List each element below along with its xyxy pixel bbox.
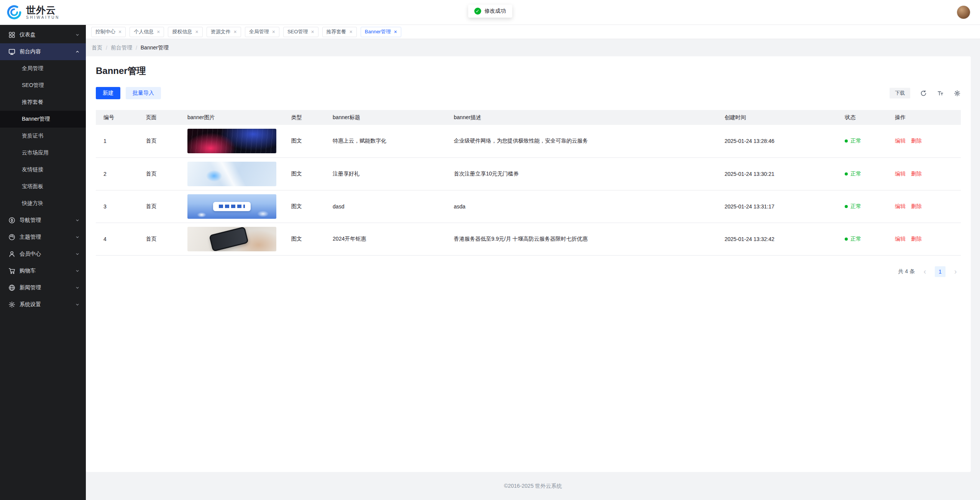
edit-link[interactable]: 编辑: [895, 138, 906, 144]
col-page: 页面: [138, 110, 180, 125]
cell-type: 图文: [291, 170, 302, 177]
edit-link[interactable]: 编辑: [895, 236, 906, 243]
edit-link[interactable]: 编辑: [895, 203, 906, 210]
breadcrumb-home[interactable]: 首页: [92, 44, 102, 51]
banner-image[interactable]: [187, 194, 276, 219]
sidebar-item-recommend-package[interactable]: 推荐套餐: [0, 94, 86, 111]
sidebar: 仪表盘 前台内容 全局管理 SEO管理 推荐套餐 Banner管理 资质证书 云…: [0, 25, 86, 500]
cell-description: asda: [454, 203, 465, 210]
banner-image[interactable]: [187, 227, 276, 251]
sidebar-item-cart[interactable]: 购物车: [0, 262, 86, 279]
banner-image[interactable]: [187, 129, 276, 153]
settings-icon[interactable]: [953, 89, 961, 97]
close-icon[interactable]: ×: [234, 29, 237, 34]
pagination-total: 共 4 条: [898, 268, 915, 275]
sidebar-item-news-manage[interactable]: 新闻管理: [0, 279, 86, 296]
next-page-button[interactable]: ›: [950, 266, 961, 277]
chevron-down-icon: [75, 235, 80, 239]
sidebar-item-banner-manage[interactable]: Banner管理: [0, 111, 86, 128]
compass-icon: [8, 217, 15, 224]
font-size-icon[interactable]: [936, 89, 944, 97]
close-icon[interactable]: ×: [311, 29, 314, 34]
delete-link[interactable]: 删除: [911, 138, 922, 144]
download-button[interactable]: 下载: [890, 88, 910, 98]
logo[interactable]: 世外云 SHIWAIYUN: [0, 4, 86, 20]
sidebar-child-label: 快捷方块: [22, 200, 43, 207]
sidebar-item-nav-manage[interactable]: 导航管理: [0, 212, 86, 229]
close-icon[interactable]: ×: [157, 29, 160, 34]
breadcrumb-separator: /: [136, 45, 137, 51]
col-title: banner标题: [325, 110, 446, 125]
chevron-down-icon: [75, 252, 80, 256]
cell-created-at: 2025-01-24 13:31:17: [724, 203, 774, 210]
prev-page-button[interactable]: ‹: [919, 266, 930, 277]
banner-image[interactable]: [187, 162, 276, 186]
cell-id: 3: [103, 203, 107, 210]
page-1-button[interactable]: 1: [935, 266, 946, 277]
logo-title: 世外云: [26, 5, 60, 15]
cell-type: 图文: [291, 236, 302, 242]
sidebar-item-label: 前台内容: [20, 48, 71, 55]
close-icon[interactable]: ×: [195, 29, 198, 34]
tab-resource-files[interactable]: 资源文件×: [207, 27, 241, 37]
toolbar: 新建 批量导入 下载: [96, 87, 961, 99]
avatar[interactable]: [957, 6, 970, 19]
sidebar-item-system-settings[interactable]: 系统设置: [0, 296, 86, 313]
sidebar-item-label: 系统设置: [20, 301, 71, 308]
status-badge: 正常: [845, 170, 861, 177]
tab-recommend-package[interactable]: 推荐套餐×: [322, 27, 357, 37]
delete-link[interactable]: 删除: [911, 170, 922, 177]
status-badge: 正常: [845, 203, 861, 210]
tab-seo-manage[interactable]: SEO管理×: [283, 27, 318, 37]
chevron-down-icon: [75, 218, 80, 223]
sidebar-item-label: 导航管理: [20, 217, 71, 224]
sidebar-item-global-manage[interactable]: 全局管理: [0, 60, 86, 77]
edit-link[interactable]: 编辑: [895, 170, 906, 177]
cart-icon: [8, 267, 15, 274]
delete-link[interactable]: 删除: [911, 203, 922, 210]
table-header-row: 编号 页面 banner图片 类型 banner标题 banner描述 创建时间…: [96, 110, 961, 125]
sidebar-item-member-center[interactable]: 会员中心: [0, 246, 86, 262]
close-icon[interactable]: ×: [272, 29, 275, 34]
delete-link[interactable]: 删除: [911, 236, 922, 243]
user-icon: [8, 251, 15, 257]
status-dot-icon: [845, 172, 848, 175]
tab-banner-manage[interactable]: Banner管理×: [361, 27, 401, 37]
sidebar-child-label: SEO管理: [22, 82, 44, 89]
tab-personal-info[interactable]: 个人信息×: [130, 27, 164, 37]
toast-message: 修改成功: [484, 8, 506, 15]
sidebar-item-bt-panel[interactable]: 宝塔面板: [0, 178, 86, 195]
tab-label: 推荐套餐: [327, 28, 346, 35]
tab-label: 全局管理: [249, 28, 269, 35]
create-button[interactable]: 新建: [96, 87, 120, 99]
status-dot-icon: [845, 205, 848, 208]
close-icon[interactable]: ×: [394, 29, 397, 34]
sidebar-item-cloud-market-app[interactable]: 云市场应用: [0, 144, 86, 161]
sidebar-item-dashboard[interactable]: 仪表盘: [0, 26, 86, 43]
close-icon[interactable]: ×: [350, 29, 353, 34]
palette-icon: [8, 234, 15, 241]
sidebar-item-frontend-content[interactable]: 前台内容: [0, 43, 86, 60]
cell-description: 香港服务器低至9.9元/月 十堰高防云服务器限时七折优惠: [454, 236, 588, 242]
col-type: 类型: [284, 110, 325, 125]
sidebar-item-friend-links[interactable]: 友情链接: [0, 161, 86, 178]
sidebar-item-quick-blocks[interactable]: 快捷方块: [0, 195, 86, 212]
sidebar-item-qualification[interactable]: 资质证书: [0, 128, 86, 144]
sidebar-item-seo-manage[interactable]: SEO管理: [0, 77, 86, 94]
close-icon[interactable]: ×: [118, 29, 121, 34]
tab-global-manage[interactable]: 全局管理×: [245, 27, 279, 37]
banner-manage-card: Banner管理 新建 批量导入 下载: [86, 56, 971, 472]
monitor-icon: [8, 48, 15, 55]
sidebar-child-label: Banner管理: [22, 116, 50, 123]
sidebar-item-theme-manage[interactable]: 主题管理: [0, 229, 86, 246]
tab-control-center[interactable]: 控制中心×: [91, 27, 126, 37]
cell-page: 首页: [146, 236, 157, 242]
cell-title: 注册享好礼: [333, 170, 359, 177]
batch-import-button[interactable]: 批量导入: [126, 87, 161, 99]
tab-auth-info[interactable]: 授权信息×: [168, 27, 202, 37]
breadcrumb-frontend-manage[interactable]: 前台管理: [111, 44, 132, 51]
cell-page: 首页: [146, 203, 157, 209]
cell-id: 1: [103, 138, 107, 144]
success-check-icon: ✓: [474, 8, 481, 15]
refresh-icon[interactable]: [919, 89, 927, 97]
